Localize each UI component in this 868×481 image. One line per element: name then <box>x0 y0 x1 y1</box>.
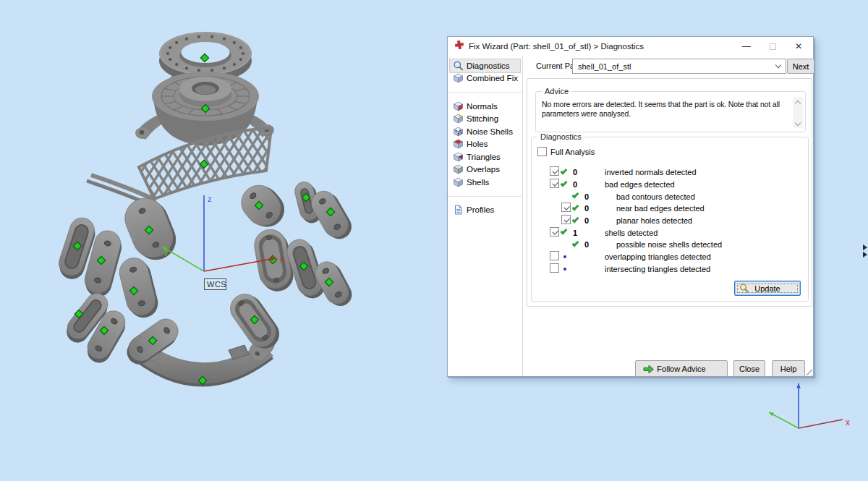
diagnostic-label: bad edges detected <box>605 180 675 189</box>
mark-slot <box>561 232 571 233</box>
diagnostic-checkbox[interactable] <box>550 179 559 188</box>
advice-line-2: parameters were analysed. <box>542 109 780 119</box>
mark-slot <box>561 184 571 185</box>
sidebar-item-label: Shells <box>467 178 489 187</box>
mark-slot <box>572 244 583 245</box>
sidebar-item-diagnostics[interactable]: Diagnostics <box>450 59 520 72</box>
model-link-part[interactable] <box>116 255 161 321</box>
diagnostic-row: 0near bad edges detected <box>561 203 805 215</box>
sidebar-item-combined-fix[interactable]: Combined Fix <box>450 72 520 85</box>
diagnostic-row: 0possible noise shells detected <box>561 239 805 251</box>
cube-plain-icon <box>453 73 465 83</box>
diagnostic-count: 1 <box>571 229 605 237</box>
pending-dot-icon <box>563 268 566 271</box>
maximize-icon <box>770 43 776 50</box>
diagnostic-row: 0bad contours detected <box>561 190 805 203</box>
update-button[interactable]: Update <box>734 281 801 296</box>
diagnostic-checkbox[interactable] <box>561 215 571 224</box>
checkbox-slot <box>561 202 572 215</box>
checkbox-slot <box>550 263 561 276</box>
orientation-axes: x <box>769 383 850 428</box>
sidebar-item-noise-shells[interactable]: Noise Shells <box>450 125 520 138</box>
sidebar-item-normals[interactable]: Normals <box>450 100 520 113</box>
cube-triangle-icon <box>453 152 465 162</box>
diagnostic-count: 0 <box>583 216 616 225</box>
current-part-value: shell_01_of_stl <box>578 62 631 71</box>
magnifier-icon <box>739 284 749 295</box>
diagnostic-checkbox[interactable] <box>550 251 559 260</box>
diagnostic-count: 0 <box>583 204 616 213</box>
green-arrow-icon <box>643 364 655 376</box>
check-icon <box>561 179 568 187</box>
checkbox-slot <box>550 226 561 239</box>
diagnostic-checkbox[interactable] <box>550 263 559 273</box>
cube-green-icon <box>453 164 465 174</box>
magnifier-icon <box>453 61 465 71</box>
close-button[interactable]: ✕ <box>786 37 812 56</box>
mark-slot <box>572 196 583 197</box>
sidebar-item-label: Profiles <box>467 205 494 214</box>
check-icon <box>572 216 579 223</box>
diagnostic-count: 0 <box>583 192 616 201</box>
current-part-combobox[interactable]: shell_01_of_stl <box>572 59 786 74</box>
mark-slot <box>561 255 571 258</box>
diagnostics-groupbox: Diagnostics Full Analysis 0inverted norm… <box>531 137 809 302</box>
follow-advice-button[interactable]: Follow Advice <box>635 360 728 377</box>
dialog-titlebar[interactable]: Fix Wizard (Part: shell_01_of_stl) > Dia… <box>448 37 813 56</box>
sidebar-item-label: Diagnostics <box>467 61 509 70</box>
maximize-button[interactable] <box>760 37 786 56</box>
chevron-down-icon <box>775 62 781 68</box>
mark-slot <box>561 268 571 271</box>
sidebar-item-label: Combined Fix <box>467 74 518 82</box>
advice-groupbox: Advice No more errors are detected. It s… <box>535 91 806 132</box>
sidebar-item-label: Triangles <box>467 153 501 161</box>
cube-red-front-icon <box>453 101 465 111</box>
wcs-label: WCS <box>205 279 227 290</box>
sidebar-item-shells[interactable]: Shells <box>450 176 520 189</box>
diagnostic-checkbox[interactable] <box>550 166 559 176</box>
check-icon <box>572 203 579 210</box>
nav-x-axis-label: x <box>846 417 850 427</box>
diagnostic-count: 0 <box>571 180 605 189</box>
sidebar-item-label: Stitching <box>467 114 498 123</box>
diagnostic-row: intersecting triangles detected <box>550 263 805 276</box>
sidebar-item-label: Noise Shells <box>467 127 513 136</box>
full-analysis-row[interactable]: Full Analysis <box>537 147 595 156</box>
check-icon <box>572 240 579 247</box>
next-button[interactable]: Next <box>787 59 814 74</box>
diagnostic-label: possible noise shells detected <box>616 240 722 249</box>
sidebar-separator <box>448 92 522 93</box>
sidebar-item-holes[interactable]: Holes <box>450 138 520 151</box>
z-axis-label: z <box>208 195 212 203</box>
diagnostic-checkbox[interactable] <box>550 227 559 237</box>
full-analysis-label: Full Analysis <box>550 148 595 156</box>
help-button[interactable]: Help <box>772 360 805 377</box>
diagnostics-group-label: Diagnostics <box>537 132 584 141</box>
sidebar-item-stitching[interactable]: Stitching <box>450 113 520 126</box>
sidebar-item-triangles[interactable]: Triangles <box>450 150 520 163</box>
dialog-title: Fix Wizard (Part: shell_01_of_stl) > Dia… <box>469 42 733 51</box>
check-icon <box>561 228 568 235</box>
sidebar-item-overlaps[interactable]: Overlaps <box>450 163 520 176</box>
cube-blue-icon <box>453 177 465 187</box>
sidebar-item-profiles[interactable]: Profiles <box>450 204 520 217</box>
checkbox-slot <box>550 166 561 179</box>
diagnostic-checkbox[interactable] <box>561 203 571 212</box>
fix-wizard-dialog: Fix Wizard (Part: shell_01_of_stl) > Dia… <box>447 36 814 377</box>
sidebar: DiagnosticsCombined FixNormalsStitchingN… <box>448 56 523 376</box>
scroll-up-icon <box>795 101 801 106</box>
diagnostic-row: 0inverted normals detected <box>550 166 805 179</box>
update-label: Update <box>754 284 780 293</box>
follow-advice-label: Follow Advice <box>657 365 705 373</box>
diagnostic-label: planar holes detected <box>616 216 692 225</box>
y-axis-label: y <box>164 247 169 256</box>
advice-line-1: No more errors are detected. It seems th… <box>542 100 780 109</box>
full-analysis-checkbox[interactable] <box>537 147 547 156</box>
minimize-button[interactable]: — <box>733 37 760 56</box>
main-panel: Current Part: shell_01_of_stl Next Advic… <box>523 56 813 376</box>
checkbox-slot <box>550 250 561 263</box>
sidebar-list: DiagnosticsCombined FixNormalsStitchingN… <box>448 59 522 216</box>
close-dialog-button[interactable]: Close <box>733 360 765 377</box>
edge-panel-handle[interactable] <box>863 244 867 257</box>
advice-scrollbar[interactable] <box>793 97 803 128</box>
